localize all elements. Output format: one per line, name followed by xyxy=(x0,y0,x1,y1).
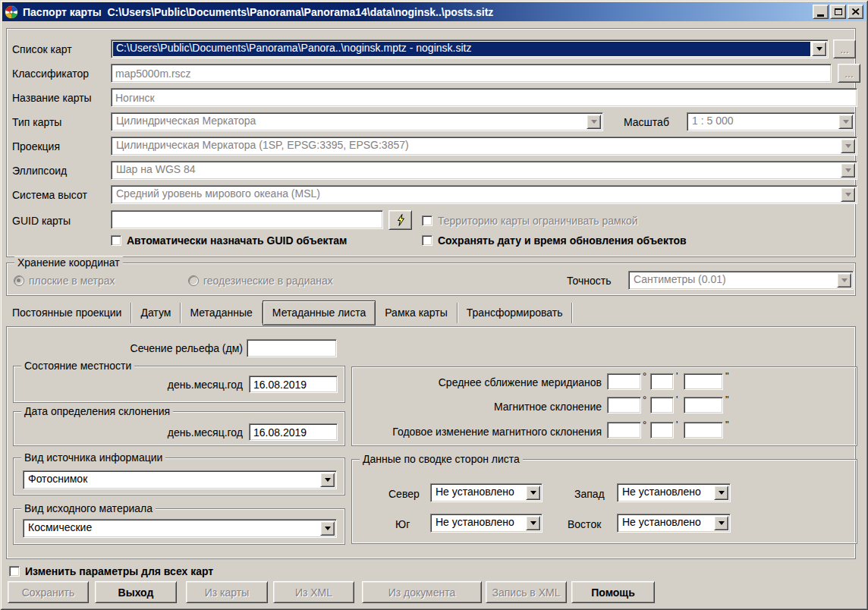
relief-label: Сечение рельефа (дм) xyxy=(114,342,243,354)
south-combobox[interactable]: Не установлено xyxy=(430,514,542,533)
terrain-date-field[interactable] xyxy=(249,376,338,393)
guid-field[interactable] xyxy=(111,210,383,229)
convergence-min-input[interactable] xyxy=(651,374,673,389)
west-combobox[interactable]: Не установлено xyxy=(617,483,731,502)
declination-date-input[interactable] xyxy=(250,424,337,440)
tab-sheet-metadata[interactable]: Метаданные листа xyxy=(263,300,376,325)
map-passport-window: Паспорт карты C:\Users\Public\Documents\… xyxy=(0,0,868,610)
from-xml-button[interactable]: Из XML xyxy=(273,581,354,603)
scale-dropdown-button[interactable] xyxy=(838,115,853,129)
maximize-button[interactable] xyxy=(830,5,846,19)
change-all-checkbox[interactable] xyxy=(9,566,20,577)
scale-combobox[interactable]: 1 : 5 000 xyxy=(687,112,855,131)
map-list-combobox[interactable]: C:\Users\Public\Documents\Panorama\Panor… xyxy=(111,39,829,58)
geodesic-radians-label: геодезические в радианах xyxy=(203,275,333,287)
geodesic-radians-radio[interactable] xyxy=(188,275,199,286)
annual-change-min-field[interactable] xyxy=(650,422,674,439)
tab-datum[interactable]: Датум xyxy=(131,303,181,323)
declination-min-field[interactable] xyxy=(650,397,674,413)
from-document-button[interactable]: Из документа xyxy=(362,581,482,603)
material-dropdown-button[interactable] xyxy=(320,521,335,536)
close-button[interactable] xyxy=(848,5,863,19)
east-dropdown-button[interactable] xyxy=(714,516,728,530)
terrain-date-label: день.месяц.год xyxy=(137,379,243,391)
relief-input[interactable] xyxy=(247,340,336,357)
flat-meters-radio[interactable] xyxy=(14,275,24,286)
save-datetime-checkbox[interactable] xyxy=(422,235,432,246)
ellipsoid-dropdown-button[interactable] xyxy=(841,163,855,178)
map-name-input[interactable] xyxy=(112,89,857,106)
annual-change-deg-field[interactable] xyxy=(607,422,641,439)
material-group-title: Вид исходного материала xyxy=(21,502,156,514)
annual-change-sec-input[interactable] xyxy=(684,423,722,438)
east-value: Не установлено xyxy=(619,516,712,530)
map-list-label: Список карт xyxy=(12,43,72,55)
classifier-browse-button[interactable]: ... xyxy=(838,64,860,83)
map-name-field[interactable] xyxy=(111,88,857,107)
height-system-dropdown-button[interactable] xyxy=(841,187,855,202)
declination-deg-input[interactable] xyxy=(608,398,640,413)
south-dropdown-button[interactable] xyxy=(526,516,540,530)
declination-date-field[interactable] xyxy=(249,423,338,441)
classifier-input[interactable] xyxy=(112,64,831,82)
projection-combobox[interactable]: Цилиндрическая Меркатора (1SP, EPSG:3395… xyxy=(111,137,857,156)
auto-guid-checkbox[interactable] xyxy=(111,235,121,246)
terrain-date-input[interactable] xyxy=(250,376,337,392)
from-map-button[interactable]: Из карты xyxy=(186,581,268,603)
annual-change-sec-field[interactable] xyxy=(684,422,723,439)
map-list-dropdown-button[interactable] xyxy=(812,42,826,56)
tab-map-frame[interactable]: Рамка карты xyxy=(376,303,458,323)
write-xml-button[interactable]: Запись в XML xyxy=(486,581,567,603)
tab-transform[interactable]: Трансформировать xyxy=(458,303,573,323)
precision-dropdown-button[interactable] xyxy=(837,273,851,288)
declination-sec-field[interactable] xyxy=(684,397,723,413)
change-all-label: Изменить параметры для всех карт xyxy=(25,565,213,577)
source-dropdown-button[interactable] xyxy=(320,473,335,487)
tab-permanent-projections[interactable]: Постоянные проекции xyxy=(3,303,131,323)
south-label: Юг xyxy=(395,518,410,530)
convergence-deg-input[interactable] xyxy=(608,374,640,389)
height-system-combobox[interactable]: Средний уровень мирового океана (MSL) xyxy=(111,185,857,204)
map-type-label: Тип карты xyxy=(12,116,61,128)
minute-mark: ' xyxy=(676,394,678,405)
declination-sec-input[interactable] xyxy=(684,398,722,413)
north-dropdown-button[interactable] xyxy=(526,486,540,500)
save-button[interactable]: Сохранить xyxy=(8,581,89,603)
material-combobox[interactable]: Космические xyxy=(23,519,337,538)
source-combobox[interactable]: Фотоснимок xyxy=(23,470,337,489)
west-label: Запад xyxy=(574,488,605,500)
map-type-combobox[interactable]: Цилиндрическая Меркатора xyxy=(111,112,603,131)
declination-deg-field[interactable] xyxy=(607,397,641,413)
classifier-field[interactable] xyxy=(111,64,832,83)
titlebar: Паспорт карты C:\Users\Public\Documents\… xyxy=(2,2,866,21)
ellipsoid-combobox[interactable]: Шар на WGS 84 xyxy=(111,161,857,180)
declination-min-input[interactable] xyxy=(651,398,673,413)
projection-label: Проекция xyxy=(12,140,60,152)
chevron-down-icon xyxy=(325,478,331,482)
projection-dropdown-button[interactable] xyxy=(841,139,855,153)
generate-guid-button[interactable] xyxy=(388,210,412,230)
map-list-value: C:\Users\Public\Documents\Panorama\Panor… xyxy=(113,42,810,56)
map-list-browse-button[interactable]: ... xyxy=(833,39,856,58)
convergence-label: Среднее сближение меридианов xyxy=(357,376,602,388)
convergence-sec-field[interactable] xyxy=(684,373,723,390)
help-button[interactable]: Помощь xyxy=(571,581,655,603)
map-type-dropdown-button[interactable] xyxy=(587,115,601,129)
east-combobox[interactable]: Не установлено xyxy=(617,514,731,533)
limit-frame-checkbox[interactable] xyxy=(422,215,432,226)
precision-combobox[interactable]: Сантиметры (0.01) xyxy=(628,271,854,290)
convergence-sec-input[interactable] xyxy=(684,374,722,389)
annual-change-deg-input[interactable] xyxy=(608,423,640,438)
chevron-down-icon xyxy=(816,47,822,51)
minimize-button[interactable] xyxy=(813,5,829,19)
tab-metadata[interactable]: Метаданные xyxy=(181,303,262,323)
west-value: Не установлено xyxy=(619,486,712,500)
convergence-min-field[interactable] xyxy=(650,373,674,390)
exit-button[interactable]: Выход xyxy=(95,581,177,603)
guid-input[interactable] xyxy=(112,211,382,228)
convergence-deg-field[interactable] xyxy=(607,373,641,390)
west-dropdown-button[interactable] xyxy=(714,486,728,500)
north-combobox[interactable]: Не установлено xyxy=(430,483,542,502)
annual-change-min-input[interactable] xyxy=(651,423,673,438)
relief-field[interactable] xyxy=(247,339,337,357)
